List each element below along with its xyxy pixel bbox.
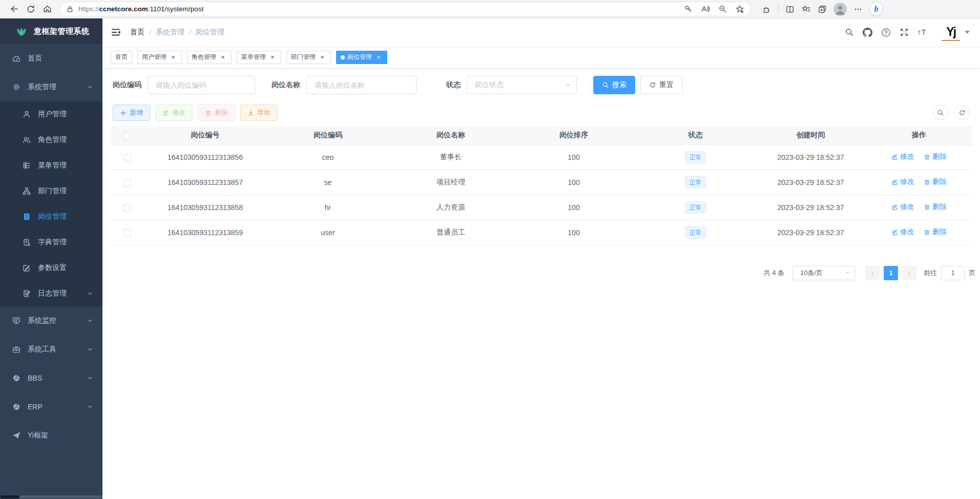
app-title: 意框架管理系统: [34, 27, 90, 36]
select-all-checkbox[interactable]: [123, 132, 131, 139]
row-checkbox[interactable]: [123, 154, 131, 161]
close-icon[interactable]: [318, 53, 326, 61]
row-delete-button[interactable]: 删除: [924, 227, 947, 237]
close-icon[interactable]: [169, 53, 177, 61]
table-row: 1641030593112313857 se 项目经理 100 正常 2023-…: [110, 170, 972, 195]
edit-icon: [891, 154, 898, 160]
add-favorite-icon[interactable]: [735, 5, 744, 14]
back-icon: [10, 4, 19, 14]
favorites-icon[interactable]: [801, 5, 811, 14]
sidebar-item-yi-framework[interactable]: Yi框架: [0, 421, 102, 450]
sidebar-item-home[interactable]: 首页: [0, 44, 102, 73]
row-checkbox[interactable]: [123, 179, 131, 186]
sidebar-item-department-management[interactable]: 部门管理: [0, 178, 102, 204]
zoom-out-icon[interactable]: [718, 5, 727, 13]
reset-button[interactable]: 重置: [640, 76, 682, 94]
row-edit-button[interactable]: 修改: [891, 177, 914, 186]
post-badge-icon: [23, 213, 31, 221]
tag-home[interactable]: 首页: [111, 51, 132, 64]
row-delete-button[interactable]: 删除: [924, 202, 947, 212]
tag-user-management[interactable]: 用户管理: [137, 51, 182, 64]
extensions-icon[interactable]: [762, 5, 772, 14]
search-button[interactable]: 搜索: [593, 76, 635, 94]
row-delete-button[interactable]: 删除: [924, 177, 947, 186]
browser-profile-avatar[interactable]: [833, 3, 847, 16]
breadcrumb-separator: /: [149, 28, 151, 36]
sidebar-item-dictionary-management[interactable]: 字典管理: [0, 230, 102, 255]
cell-created-time: 2023-03-29 18:52:37: [756, 170, 866, 195]
help-icon[interactable]: [881, 28, 891, 37]
sidebar-item-role-management[interactable]: 角色管理: [0, 127, 102, 153]
sidebar-collapse-button[interactable]: [111, 27, 121, 37]
page-size-value: 10条/页: [800, 268, 823, 278]
sidebar-item-user-management[interactable]: 用户管理: [0, 101, 102, 127]
close-icon[interactable]: [268, 53, 277, 61]
more-menu-icon[interactable]: [853, 5, 863, 14]
edit-button[interactable]: 修改: [155, 105, 193, 121]
split-screen-icon[interactable]: [785, 5, 795, 14]
page-1-button[interactable]: 1: [884, 266, 898, 280]
sidebar-item-label: Yi框架: [28, 431, 48, 440]
cell-post-id: 1641030593112313856: [144, 144, 266, 170]
tag-department-management[interactable]: 部门管理: [286, 51, 331, 64]
sidebar-item-menu-management[interactable]: 菜单管理: [0, 153, 102, 178]
fullscreen-icon[interactable]: [900, 28, 909, 37]
sidebar-item-bbs[interactable]: BBS: [0, 364, 102, 392]
browser-refresh-button[interactable]: [23, 2, 39, 17]
close-icon[interactable]: [374, 53, 383, 61]
user-icon: [23, 110, 31, 118]
export-button[interactable]: 导出: [240, 105, 278, 121]
app-logo[interactable]: 意框架管理系统: [0, 18, 102, 44]
cell-post-id: 1641030593112313858: [144, 195, 266, 220]
collections-icon[interactable]: [818, 5, 827, 14]
post-code-input[interactable]: [148, 76, 255, 94]
sidebar-item-log-management[interactable]: 日志管理: [0, 281, 102, 306]
row-delete-label: 删除: [932, 152, 947, 161]
breadcrumb-post: 岗位管理: [196, 28, 224, 37]
close-icon[interactable]: [219, 53, 227, 61]
post-name-input[interactable]: [306, 76, 416, 94]
next-page-button[interactable]: ›: [902, 266, 916, 280]
cell-post-sort: 100: [512, 195, 635, 220]
column-header-post-name: 岗位名称: [389, 126, 512, 144]
password-key-icon[interactable]: [684, 5, 693, 13]
page-size-select[interactable]: 10条/页: [793, 266, 855, 280]
tag-role-management[interactable]: 角色管理: [187, 51, 232, 64]
download-icon: [247, 110, 254, 116]
column-header-created-time: 创建时间: [756, 126, 866, 144]
search-icon[interactable]: [845, 28, 854, 37]
sidebar-item-label: 日志管理: [38, 289, 67, 298]
row-checkbox[interactable]: [123, 230, 131, 237]
delete-button[interactable]: 删除: [198, 105, 235, 121]
sidebar-item-post-management[interactable]: 岗位管理: [0, 204, 102, 230]
sidebar-scrollbar-thumb[interactable]: [0, 495, 19, 498]
menu-tree-icon: [23, 161, 31, 170]
sidebar-item-erp[interactable]: ERP: [0, 392, 102, 421]
sidebar-item-system-monitor[interactable]: 系统监控: [0, 306, 102, 335]
add-button[interactable]: 新增: [113, 105, 150, 121]
read-aloud-icon[interactable]: [701, 5, 710, 13]
tag-post-management[interactable]: 岗位管理: [336, 51, 387, 64]
breadcrumb-home[interactable]: 首页: [130, 28, 144, 37]
prev-page-button[interactable]: ‹: [865, 266, 880, 280]
github-icon[interactable]: [863, 28, 872, 37]
row-delete-button[interactable]: 删除: [924, 152, 947, 161]
row-edit-button[interactable]: 修改: [891, 152, 914, 161]
font-size-icon[interactable]: TT: [918, 28, 928, 37]
row-edit-button[interactable]: 修改: [891, 202, 914, 212]
refresh-table-button[interactable]: [954, 105, 970, 120]
address-bar[interactable]: https://ccnetcore.com:1101/system/post: [59, 2, 751, 16]
user-avatar-menu[interactable]: Yj: [942, 24, 970, 41]
sidebar-item-parameter-settings[interactable]: 参数设置: [0, 255, 102, 281]
browser-home-button[interactable]: [39, 2, 55, 17]
copilot-bing-icon[interactable]: b: [869, 2, 883, 16]
sidebar-item-system-management[interactable]: 系统管理: [0, 73, 102, 101]
row-edit-button[interactable]: 修改: [891, 227, 914, 237]
status-select[interactable]: 岗位状态: [467, 76, 577, 94]
browser-back-button[interactable]: [6, 2, 23, 17]
sidebar-item-system-tools[interactable]: 系统工具: [0, 335, 102, 364]
goto-page-input[interactable]: [941, 266, 965, 280]
toggle-search-button[interactable]: [933, 105, 948, 120]
row-checkbox[interactable]: [123, 204, 131, 212]
tag-menu-management[interactable]: 菜单管理: [237, 51, 281, 64]
